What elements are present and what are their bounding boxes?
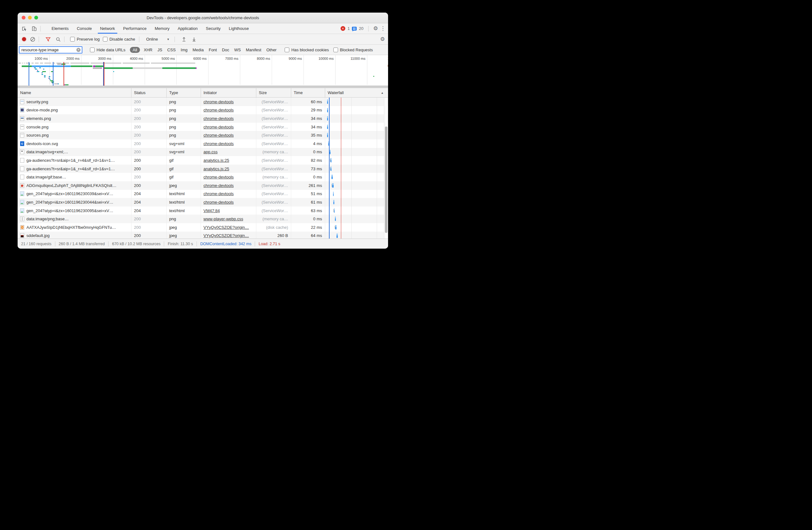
tab-network[interactable]: Network xyxy=(96,23,119,34)
status-item[interactable]: Load: 2.71 s xyxy=(259,242,280,246)
tab-application[interactable]: Application xyxy=(174,23,202,34)
inspect-element-icon[interactable] xyxy=(21,25,28,32)
table-row[interactable]: ga-audiences?t=sr&aip=1&_r=4&slf_rd=1&v=… xyxy=(18,156,388,165)
table-row[interactable]: data:image/gif;base…200gifchrome-devtool… xyxy=(18,173,388,181)
type-filter-media[interactable]: Media xyxy=(190,47,206,53)
table-row[interactable]: gen_204?atyp=i&zx=1601196230039&sei=xV…2… xyxy=(18,190,388,198)
blocked-requests-checkbox-box[interactable] xyxy=(333,47,338,52)
initiator-link[interactable]: chrome-devtools xyxy=(203,99,234,104)
filter-funnel-icon[interactable] xyxy=(45,36,52,43)
initiator-link[interactable]: chrome-devtools xyxy=(203,116,234,121)
preserve-log-checkbox[interactable]: Preserve log xyxy=(70,37,100,42)
size-cell: (disk cache) xyxy=(256,223,291,232)
status-item[interactable]: DOMContentLoaded: 342 ms xyxy=(200,242,251,246)
table-row[interactable]: ga-audiences?t=sr&aip=1&_r=4&slf_rd=1&v=… xyxy=(18,165,388,173)
initiator-link[interactable]: VYyQv0CSZOE?origin… xyxy=(203,225,249,230)
column-header-waterfall[interactable]: Waterfall▲ xyxy=(325,88,388,97)
blocked-requests-checkbox[interactable]: Blocked Requests xyxy=(333,47,373,52)
tab-security[interactable]: Security xyxy=(202,23,225,34)
size-cell: (ServiceWor… xyxy=(256,106,291,114)
initiator-link[interactable]: chrome-devtools xyxy=(203,133,234,138)
type-filter-img[interactable]: Img xyxy=(178,47,190,53)
tab-console[interactable]: Console xyxy=(73,23,96,34)
overview-request-bar xyxy=(34,67,36,68)
tab-performance[interactable]: Performance xyxy=(119,23,151,34)
table-row[interactable]: gen_204?atyp=i&zx=1601196230044&sei=xV…2… xyxy=(18,198,388,207)
type-filter-ws[interactable]: WS xyxy=(232,47,243,53)
import-har-icon[interactable] xyxy=(180,36,187,43)
settings-gear-icon[interactable]: ⚙ xyxy=(373,26,378,31)
table-row[interactable]: devtools-icon.svg200svg+xmlchrome-devtoo… xyxy=(18,139,388,148)
network-settings-gear-icon[interactable]: ⚙ xyxy=(380,37,385,42)
device-toolbar-icon[interactable] xyxy=(31,25,38,32)
column-header-time[interactable]: Time xyxy=(291,88,325,97)
overview-scroll-strip[interactable] xyxy=(18,86,388,88)
type-filter-css[interactable]: CSS xyxy=(165,47,178,53)
request-name: ADGmqu8qexLZuhphT_0Aj88Ng8riLFKASQIslt… xyxy=(26,183,116,188)
sort-ascending-icon[interactable]: ▲ xyxy=(381,91,384,94)
initiator-link[interactable]: analytics.js:25 xyxy=(203,158,229,163)
table-row[interactable]: console.png200pngchrome-devtools(Service… xyxy=(18,123,388,131)
initiator-link[interactable]: chrome-devtools xyxy=(203,125,234,129)
column-header-size[interactable]: Size xyxy=(256,88,291,97)
type-cell: jpeg xyxy=(167,181,201,190)
table-row[interactable]: ADGmqu8qexLZuhphT_0Aj88Ng8riLFKASQIslt…2… xyxy=(18,181,388,190)
table-row[interactable]: gen_204?atyp=i&zx=1601196230095&sei=xV…2… xyxy=(18,207,388,215)
initiator-link[interactable]: chrome-devtools xyxy=(203,141,234,146)
tab-elements[interactable]: Elements xyxy=(47,23,73,34)
column-header-status[interactable]: Status xyxy=(131,88,167,97)
table-row[interactable]: sddefault.jpg200jpegVYyQv0CSZOE?origin…2… xyxy=(18,232,388,239)
initiator-link[interactable]: chrome-devtools xyxy=(203,175,234,179)
type-filter-xhr[interactable]: XHR xyxy=(141,47,155,53)
initiator-link[interactable]: VYyQv0CSZOE?origin… xyxy=(203,233,249,238)
type-filter-font[interactable]: Font xyxy=(206,47,219,53)
kebab-menu-icon[interactable]: ⋮ xyxy=(380,26,386,31)
initiator-link[interactable]: analytics.js:25 xyxy=(203,167,229,171)
time-cell: 4 ms xyxy=(291,139,325,148)
tab-lighthouse[interactable]: Lighthouse xyxy=(225,23,253,34)
scrollbar-thumb[interactable] xyxy=(385,126,388,233)
tab-memory[interactable]: Memory xyxy=(151,23,174,34)
network-overview-timeline[interactable]: 1000 ms2000 ms3000 ms4000 ms5000 ms6000 … xyxy=(18,55,388,88)
table-row[interactable]: security.png200pngchrome-devtools(Servic… xyxy=(18,98,388,106)
column-header-initiator[interactable]: Initiator xyxy=(201,88,256,97)
table-row[interactable]: sources.png200pngchrome-devtools(Service… xyxy=(18,131,388,139)
disable-cache-checkbox-box[interactable] xyxy=(103,37,107,42)
initiator-link[interactable]: chrome-devtools xyxy=(203,108,234,112)
column-header-name[interactable]: Name xyxy=(18,88,131,97)
vertical-scrollbar[interactable] xyxy=(384,98,388,239)
initiator-link[interactable]: chrome-devtools xyxy=(203,183,234,188)
table-row[interactable]: AATXAJywSIpD1jf4EbqHXTfbe0mnyHqGFNTu…200… xyxy=(18,223,388,232)
column-header-type[interactable]: Type xyxy=(167,88,201,97)
type-filter-manifest[interactable]: Manifest xyxy=(243,47,264,53)
requests-table-header: NameStatusTypeInitiatorSizeTimeWaterfall… xyxy=(18,88,388,98)
record-network-log-button[interactable] xyxy=(22,37,26,41)
type-filter-js[interactable]: JS xyxy=(155,47,165,53)
initiator-link[interactable]: chrome-devtools xyxy=(203,200,234,205)
search-icon[interactable] xyxy=(55,36,62,43)
has-blocked-cookies-checkbox-box[interactable] xyxy=(285,47,289,52)
throttling-select[interactable]: Online ▼ xyxy=(145,37,171,42)
initiator-link[interactable]: VM47:84 xyxy=(203,208,220,213)
disable-cache-checkbox[interactable]: Disable cache xyxy=(103,37,135,42)
error-badge-icon[interactable]: ✕ xyxy=(340,26,345,31)
clear-network-log-icon[interactable] xyxy=(29,36,36,43)
export-har-icon[interactable] xyxy=(191,36,198,43)
issues-message-icon[interactable] xyxy=(352,27,357,30)
initiator-link[interactable]: chrome-devtools xyxy=(203,191,234,196)
initiator-link[interactable]: app.css xyxy=(203,150,218,154)
table-row[interactable]: data:image/svg+xml;…200svg+xmlapp.css(me… xyxy=(18,148,388,156)
table-row[interactable]: data:image/png;base…200pngwww-player-web… xyxy=(18,215,388,223)
table-row[interactable]: device-mode.png200pngchrome-devtools(Ser… xyxy=(18,106,388,114)
type-filter-other[interactable]: Other xyxy=(264,47,279,53)
preserve-log-checkbox-box[interactable] xyxy=(70,37,75,42)
table-row[interactable]: elements.png200pngchrome-devtools(Servic… xyxy=(18,114,388,123)
initiator-link[interactable]: www-player-webp.css xyxy=(203,217,243,221)
hide-data-urls-checkbox[interactable]: Hide data URLs xyxy=(90,47,126,52)
type-filter-doc[interactable]: Doc xyxy=(219,47,232,53)
has-blocked-cookies-checkbox[interactable]: Has blocked cookies xyxy=(285,47,329,52)
type-filter-all[interactable]: All xyxy=(130,47,140,53)
clear-filter-icon[interactable]: ✕ xyxy=(76,48,81,52)
network-filter-input[interactable] xyxy=(21,47,75,53)
hide-data-urls-checkbox-box[interactable] xyxy=(90,47,95,52)
